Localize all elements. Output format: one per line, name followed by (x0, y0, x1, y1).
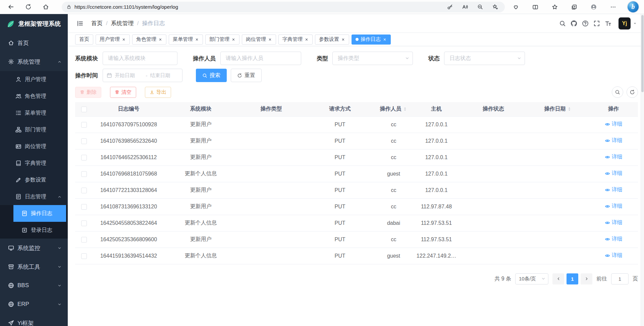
sidebar-item-erp[interactable]: ERP (0, 295, 68, 314)
detail-link[interactable]: 详细 (605, 236, 623, 243)
sidebar-item-role-mgmt[interactable]: 角色管理 (0, 88, 68, 105)
tab-param-settings[interactable]: 参数设置 (315, 35, 349, 45)
tab-post-mgmt[interactable]: 岗位管理 (242, 35, 276, 45)
tab-home[interactable]: 首页 (75, 35, 93, 45)
browser-home-button[interactable] (40, 1, 52, 13)
tab-operation-log[interactable]: 操作日志 (352, 35, 391, 45)
row-checkbox[interactable] (81, 220, 87, 226)
detail-link[interactable]: 详细 (605, 252, 623, 259)
sidebar-item-login-log[interactable]: 登录日志 (0, 222, 68, 239)
detail-link[interactable]: 详细 (605, 186, 623, 193)
sidebar-toggle-button[interactable] (75, 18, 85, 29)
tab-close-button[interactable] (122, 38, 126, 42)
sidebar-item-system-mgmt[interactable]: 系统管理 (0, 52, 68, 71)
tab-user-mgmt[interactable]: 用户管理 (96, 35, 130, 45)
read-aloud-button[interactable] (460, 2, 470, 12)
sidebar-item-dict-mgmt[interactable]: 字典管理 (0, 155, 68, 172)
table-refresh-button[interactable] (627, 86, 638, 98)
sidebar-item-system-tools[interactable]: 系统工具 (0, 257, 68, 276)
sidebar-item-bbs[interactable]: BBS (0, 276, 68, 295)
browser-scrollbar[interactable] (641, 14, 644, 326)
date-range-picker[interactable]: 开始日期 - 结束日期 (103, 69, 182, 82)
sidebar-item-user-mgmt[interactable]: 用户管理 (0, 71, 68, 88)
row-checkbox[interactable] (81, 204, 87, 210)
select-all-checkbox[interactable] (81, 107, 87, 112)
font-size-button[interactable] (603, 18, 613, 29)
header-search-button[interactable] (557, 18, 568, 29)
status-filter-select[interactable]: 日志状态 (444, 52, 525, 65)
tab-close-button[interactable] (268, 38, 272, 42)
breadcrumb-home[interactable]: 首页 (91, 19, 103, 27)
address-bar[interactable]: https://ccnetcore.com:1101/system/log/op… (62, 2, 505, 12)
module-filter-input[interactable] (103, 52, 177, 65)
next-page-button[interactable] (581, 273, 592, 284)
help-button[interactable] (580, 18, 590, 29)
toggle-search-button[interactable] (612, 86, 623, 98)
row-checkbox[interactable] (81, 253, 87, 259)
browser-refresh-button[interactable] (22, 1, 34, 13)
sidebar-item-dept-mgmt[interactable]: 部门管理 (0, 121, 68, 138)
tab-close-button[interactable] (158, 38, 162, 42)
row-checkbox[interactable] (81, 155, 87, 160)
password-key-button[interactable] (445, 2, 455, 12)
sidebar-item-log-mgmt[interactable]: 日志管理 (0, 188, 68, 205)
detail-link[interactable]: 详细 (605, 219, 623, 226)
sidebar-item-operation-log[interactable]: 操作日志 (0, 205, 68, 222)
tab-dept-mgmt[interactable]: 部门管理 (205, 35, 239, 45)
prev-page-button[interactable] (552, 273, 564, 284)
page-size-select[interactable]: 10条/页 (515, 273, 548, 284)
type-filter-select[interactable]: 操作类型 (332, 52, 413, 65)
sidebar-item-post-mgmt[interactable]: 岗位管理 (0, 138, 68, 155)
row-checkbox[interactable] (81, 171, 87, 177)
sidebar-item-yi-framework[interactable]: Yi框架 (0, 314, 68, 326)
export-button[interactable]: 导出 (145, 87, 171, 98)
tab-close-button[interactable] (231, 38, 235, 42)
tab-close-button[interactable] (341, 38, 345, 42)
browser-back-button[interactable] (5, 1, 17, 13)
zoom-out-button[interactable] (475, 2, 485, 12)
page-number-button[interactable]: 1 (567, 273, 578, 284)
add-favorite-button[interactable] (490, 2, 500, 12)
browser-profile-button[interactable] (589, 1, 599, 13)
search-button[interactable]: 搜索 (196, 69, 227, 82)
sidebar-item-home[interactable]: 首页 (0, 34, 68, 52)
operator-filter-input[interactable] (220, 52, 301, 65)
reset-button[interactable]: 重置 (231, 69, 262, 82)
detail-link[interactable]: 详细 (605, 137, 623, 144)
browser-menu-button[interactable] (608, 1, 618, 13)
user-menu[interactable]: Yj (619, 17, 637, 29)
sidebar-item-system-monitor[interactable]: 系统监控 (0, 239, 68, 257)
clear-button[interactable]: 清空 (110, 87, 136, 98)
browser-essentials-button[interactable] (511, 1, 521, 13)
delete-button[interactable]: 删除 (75, 87, 101, 98)
chevron-down-icon (57, 283, 62, 288)
tab-menu-mgmt[interactable]: 菜单管理 (169, 35, 203, 45)
github-button[interactable] (569, 18, 579, 29)
row-checkbox[interactable] (81, 188, 87, 193)
split-screen-button[interactable] (530, 1, 540, 13)
sidebar-item-menu-mgmt[interactable]: 菜单管理 (0, 105, 68, 121)
collections-button[interactable] (569, 1, 579, 13)
total-count: 共 9 条 (494, 275, 511, 282)
column-header-operator[interactable]: 操作人员 (374, 102, 413, 116)
tab-dict-mgmt[interactable]: 字典管理 (278, 35, 313, 45)
row-checkbox[interactable] (81, 122, 87, 128)
tab-role-mgmt[interactable]: 角色管理 (132, 35, 166, 45)
row-checkbox[interactable] (81, 237, 87, 243)
bing-discover-button[interactable]: b (628, 1, 639, 12)
tab-close-button[interactable] (383, 38, 387, 42)
tab-close-button[interactable] (305, 38, 309, 42)
sidebar-item-param-settings[interactable]: 参数设置 (0, 172, 68, 188)
scrollbar-thumb[interactable] (641, 15, 644, 92)
detail-link[interactable]: 详细 (605, 121, 623, 128)
detail-link[interactable]: 详细 (605, 170, 623, 177)
goto-page-input[interactable] (611, 273, 629, 284)
cell-method: PUT (306, 116, 374, 133)
row-checkbox[interactable] (81, 138, 87, 144)
favorites-button[interactable] (550, 1, 560, 13)
fullscreen-button[interactable] (592, 18, 602, 29)
column-header-date[interactable]: 操作日期 (527, 102, 589, 116)
tab-close-button[interactable] (195, 38, 199, 42)
detail-link[interactable]: 详细 (605, 203, 623, 210)
detail-link[interactable]: 详细 (605, 153, 623, 160)
